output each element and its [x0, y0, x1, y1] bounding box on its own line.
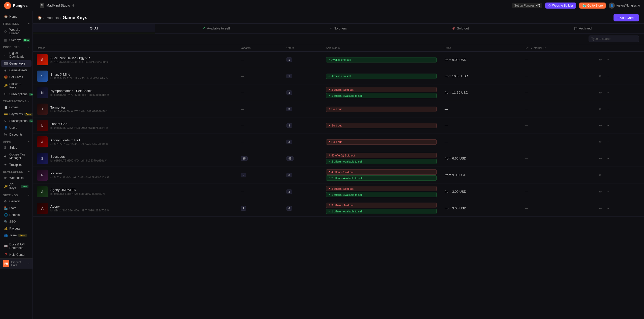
- sidebar-item-payments[interactable]: 💳 Payments Soon: [1, 111, 31, 117]
- go-to-store-button[interactable]: 🏪 Go to Store: [579, 3, 606, 9]
- tab-all-label: All: [94, 26, 98, 30]
- offers-cell: 1: [282, 52, 322, 68]
- website-builder-icon: ⬡: [548, 4, 551, 7]
- copy-icon[interactable]: ⧉: [106, 126, 108, 129]
- status-badge: ✓ 2 offer(s) Available to sell: [326, 175, 437, 181]
- section-label-apps: Apps: [3, 140, 11, 143]
- badge-soon-team: Soon: [18, 234, 27, 237]
- user-menu[interactable]: 👤 tester@fungies.io: [609, 3, 640, 9]
- more-options-button[interactable]: ⋯: [605, 73, 610, 79]
- sidebar-item-seo[interactable]: 🔍 SEO: [1, 218, 31, 225]
- copy-icon[interactable]: ⧉: [106, 110, 107, 113]
- sidebar-item-trustpilot[interactable]: ★ Trustpilot: [1, 162, 31, 168]
- sidebar-item-domain[interactable]: 🌐 Domain: [1, 212, 31, 218]
- product-name: Agony: [50, 205, 109, 208]
- breadcrumb-products[interactable]: Products: [46, 16, 59, 20]
- tab-archived[interactable]: ◫ Archived: [522, 24, 644, 33]
- sidebar-item-help[interactable]: ❓ Help Center: [1, 251, 31, 258]
- sidebar-section-products: Products ▾: [0, 44, 33, 50]
- add-game-button[interactable]: + Add Game: [614, 14, 639, 21]
- copy-icon[interactable]: ⧉: [107, 209, 109, 212]
- sidebar-item-home[interactable]: 🏠 Home: [1, 13, 31, 20]
- more-options-button[interactable]: ⋯: [605, 139, 610, 145]
- sidebar-item-store[interactable]: 🏪 Store: [1, 205, 31, 211]
- edit-button[interactable]: ✏: [598, 156, 603, 161]
- sidebar-item-users[interactable]: 👤 Users: [1, 124, 31, 131]
- product-hunt-bar[interactable]: PH Product Hunt ↗: [0, 258, 33, 269]
- store-icon: 🏪: [4, 206, 8, 210]
- sidebar-item-payouts[interactable]: 💰 Payouts: [1, 225, 31, 232]
- tab-archived-icon: ◫: [574, 26, 577, 30]
- edit-button[interactable]: ✏: [598, 106, 603, 112]
- sidebar-item-orders[interactable]: 📋 Orders: [1, 104, 31, 111]
- edit-button[interactable]: ✏: [598, 73, 603, 79]
- actions-cell: ✏ ⋯: [594, 117, 644, 134]
- status-badge: ✓ 1 offer(s) Available to sell: [326, 192, 437, 197]
- sidebar-item-api-keys[interactable]: 🔑 API Keys New: [1, 181, 31, 192]
- breadcrumb-home[interactable]: 🏠: [38, 16, 42, 20]
- more-options-button[interactable]: ⋯: [605, 156, 610, 161]
- product-id: id: f1282413-510f-419a-a43b-bddbdf8db69a…: [50, 77, 108, 80]
- breadcrumb-actions: + Add Game: [614, 14, 639, 21]
- tab-sold-out[interactable]: ⊗ Sold out: [400, 24, 522, 33]
- website-builder-button[interactable]: ⬡ Website Builder: [545, 3, 576, 9]
- tab-no-offers[interactable]: ○ No offers: [277, 24, 399, 33]
- sidebar-item-stripe[interactable]: S Stripe: [1, 144, 31, 151]
- sidebar-item-webhooks[interactable]: ⟳ Webhooks: [1, 175, 31, 181]
- sidebar-item-software-keys[interactable]: 🔑 Software Keys: [1, 81, 31, 91]
- copy-icon[interactable]: ⧉: [106, 77, 108, 80]
- sidebar-item-digital-downloads[interactable]: ↓ Digital Downloads: [1, 50, 31, 60]
- more-options-button[interactable]: ⋯: [605, 123, 610, 128]
- search-input[interactable]: [589, 36, 639, 42]
- offers-cell: 3: [282, 84, 322, 101]
- edit-button[interactable]: ✏: [598, 172, 603, 178]
- col-actions: [594, 44, 644, 52]
- sidebar-team-label: Team: [9, 234, 17, 237]
- edit-button[interactable]: ✏: [598, 123, 603, 128]
- copy-icon[interactable]: ⧉: [106, 143, 108, 146]
- sidebar-item-google-tag[interactable]: ◆ Google Tag Manager: [1, 151, 31, 161]
- offers-count: 3: [286, 90, 292, 95]
- sidebar-item-game-keys[interactable]: ⌨ Game Keys: [1, 60, 31, 67]
- copy-icon[interactable]: ⧉: [103, 192, 105, 195]
- copy-icon[interactable]: ⧉: [107, 60, 108, 63]
- sidebar-item-gift-cards[interactable]: 🎁 Gift Cards: [1, 74, 31, 80]
- edit-button[interactable]: ✏: [598, 189, 603, 195]
- subscriptions-icon: ↻: [4, 92, 8, 96]
- more-options-button[interactable]: ⋯: [605, 189, 610, 195]
- sidebar-item-docs[interactable]: 📖 Docs & API Reference: [1, 241, 31, 251]
- workspace-settings-icon[interactable]: ⚙: [72, 4, 75, 7]
- copy-icon[interactable]: ⧉: [107, 93, 109, 96]
- tab-available[interactable]: ✓ Available to sell: [155, 24, 277, 33]
- actions-cell: ✏ ⋯: [594, 200, 644, 217]
- edit-button[interactable]: ✏: [598, 206, 603, 211]
- edit-button[interactable]: ✏: [598, 57, 603, 62]
- section-label-frontend: Frontend: [3, 22, 19, 25]
- more-options-button[interactable]: ⋯: [605, 90, 610, 95]
- copy-icon[interactable]: ⧉: [105, 159, 107, 162]
- sidebar-docs-label: Docs & API Reference: [9, 243, 28, 250]
- sidebar-item-subscriptions-tx[interactable]: ↻ Subscriptions New: [1, 118, 31, 124]
- badge-soon-payments: Soon: [24, 113, 33, 116]
- more-options-button[interactable]: ⋯: [605, 206, 610, 211]
- sidebar-item-subscriptions-products[interactable]: ↻ Subscriptions New: [1, 91, 31, 98]
- more-options-button[interactable]: ⋯: [605, 57, 610, 62]
- sidebar-item-game-assets[interactable]: ◈ Game Assets: [1, 67, 31, 74]
- col-sku: SKU / Internal ID: [521, 44, 594, 52]
- tab-all[interactable]: ⊙ All: [33, 24, 155, 33]
- workspace-selector[interactable]: M MadMind Studio ⚙: [40, 3, 75, 8]
- sidebar-item-discounts[interactable]: % Discounts: [1, 131, 31, 138]
- col-sale-status: Sale status: [322, 44, 441, 52]
- copy-icon[interactable]: ⧉: [107, 176, 109, 179]
- chevron-down-icon-products: ▾: [28, 46, 30, 48]
- more-options-button[interactable]: ⋯: [605, 106, 610, 112]
- edit-button[interactable]: ✏: [598, 90, 603, 95]
- more-options-button[interactable]: ⋯: [605, 172, 610, 178]
- sidebar-item-general[interactable]: ⚙ General: [1, 198, 31, 205]
- edit-button[interactable]: ✏: [598, 139, 603, 145]
- sidebar-website-builder-label: Website Builder: [9, 28, 28, 35]
- chevron-down-icon-settings: ▾: [28, 194, 30, 197]
- sidebar-item-overlays[interactable]: ◫ Overlays New: [1, 37, 31, 43]
- sidebar-item-website-builder[interactable]: ⬡ Website Builder: [1, 26, 31, 37]
- sidebar-item-team[interactable]: 👥 Team Soon: [1, 232, 31, 239]
